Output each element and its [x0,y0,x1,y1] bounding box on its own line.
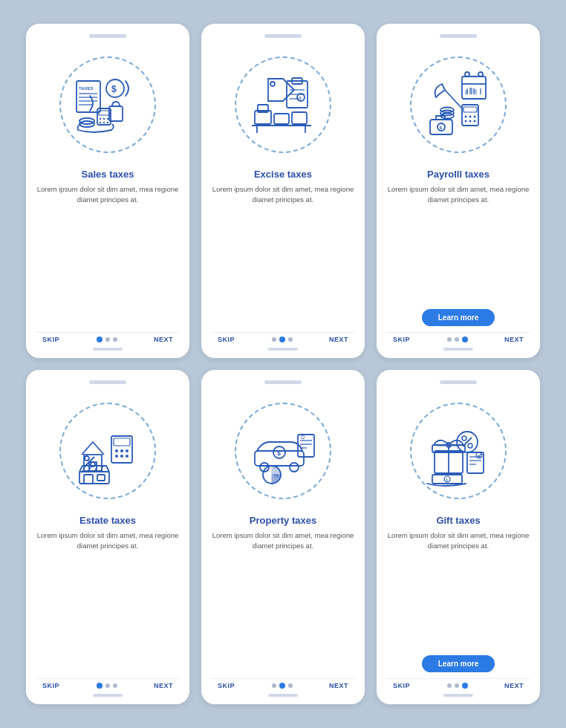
card-nav: SKIP NEXT [36,678,179,689]
card-nav: SKIP NEXT [212,332,354,343]
card-property-taxes: $ Ω % Property taxes Lorem ipsum dolor s… [201,370,365,704]
dot-1 [105,683,110,688]
card-nav: SKIP NEXT [387,332,530,343]
card-body: Lorem ipsum dolor sit dim amet, mea regi… [387,184,530,303]
card-body: Lorem ipsum dolor sit dim amet, mea regi… [212,184,354,326]
bottom-bar [93,348,123,351]
card-excise-taxes: $ Excise taxes Lorem ipsum dolor sit dim… [201,24,365,358]
bottom-bar [268,348,298,351]
pagination-dots [97,683,117,689]
icon-area: $ [224,45,342,164]
card-title: Excise taxes [254,169,312,180]
skip-button[interactable]: SKIP [42,682,59,689]
dashed-circle [235,56,331,153]
icon-area: $ Ω % [224,391,342,510]
dot-2 [113,337,117,342]
next-button[interactable]: NEXT [154,682,173,689]
bottom-bar [268,694,298,697]
dot-1 [105,337,110,342]
card-estate-taxes: Estate taxes Lorem ipsum dolor sit dim a… [26,370,189,704]
skip-button[interactable]: SKIP [42,336,59,343]
card-nav: SKIP NEXT [387,678,530,689]
top-bar [264,380,302,384]
dashed-circle [235,403,331,499]
card-title: Payrolll taxes [427,169,489,180]
icon-area: $ [399,391,518,510]
card-title: Sales taxes [82,169,134,180]
dot-0 [447,683,452,688]
dashed-circle [410,56,507,153]
next-button[interactable]: NEXT [329,682,348,689]
card-sales-taxes: TAXES $ [26,24,189,358]
card-nav: SKIP NEXT [212,678,354,689]
dot-1 [455,683,459,688]
dot-1 [279,337,285,342]
card-title: Property taxes [250,515,316,526]
pagination-dots [272,337,293,342]
pagination-dots [447,337,468,342]
next-button[interactable]: NEXT [329,336,348,343]
top-bar [440,380,477,384]
dot-0 [447,337,452,342]
card-title: Gift taxes [436,515,480,526]
icon-area: TAXES $ [48,45,167,164]
next-button[interactable]: NEXT [504,336,524,343]
dot-0 [272,683,276,688]
skip-button[interactable]: SKIP [218,336,235,343]
bottom-bar [93,694,123,697]
top-bar [89,380,126,384]
next-button[interactable]: NEXT [504,682,524,689]
top-bar [440,34,477,38]
learn-more-button[interactable]: Learn more [422,309,495,326]
pagination-dots [447,683,468,689]
next-button[interactable]: NEXT [154,336,173,343]
bottom-bar [443,694,473,697]
dot-2 [288,683,293,688]
dot-2 [288,337,293,342]
icon-area [48,391,167,510]
card-body: Lorem ipsum dolor sit dim amet, mea regi… [387,530,530,649]
skip-button[interactable]: SKIP [393,682,410,689]
dashed-circle [59,56,156,153]
dot-0 [97,683,103,689]
card-title: Estate taxes [79,515,136,526]
card-payroll-taxes: $ Payrolll taxes Lorem ipsum dolor sit d… [377,24,540,358]
top-bar [264,34,302,38]
dashed-circle [59,403,156,499]
dot-2 [113,683,117,688]
dot-1 [455,337,459,342]
dot-0 [97,337,103,342]
learn-more-button[interactable]: Learn more [422,655,495,672]
card-body: Lorem ipsum dolor sit dim amet, mea regi… [36,530,179,672]
dashed-circle [410,403,507,499]
dot-1 [279,683,285,689]
bottom-bar [443,348,473,351]
card-gift-taxes: $ Gift taxes Lorem ipsum dolor sit dim a… [377,370,540,704]
dot-2 [462,683,468,689]
pagination-dots [97,337,117,342]
top-bar [89,34,126,38]
pagination-dots [272,683,293,689]
icon-area: $ [399,45,518,164]
skip-button[interactable]: SKIP [218,682,235,689]
card-grid: TAXES $ [11,9,555,719]
card-body: Lorem ipsum dolor sit dim amet, mea regi… [212,530,354,672]
dot-2 [462,337,468,342]
dot-0 [272,337,276,342]
skip-button[interactable]: SKIP [393,336,410,343]
card-body: Lorem ipsum dolor sit dim amet, mea regi… [36,184,179,326]
card-nav: SKIP NEXT [36,332,179,343]
